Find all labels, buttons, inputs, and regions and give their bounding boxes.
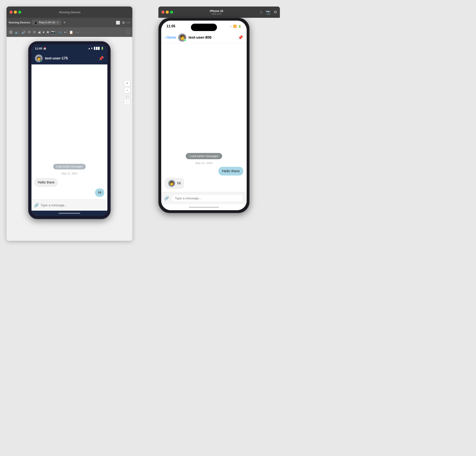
ios-sent-message: Hello there <box>219 167 243 176</box>
android-pin-icon[interactable]: 📌 <box>99 56 104 61</box>
ios-back-button[interactable]: ‹ Home <box>165 36 176 40</box>
android-chat-input-bar: 🔗 <box>32 199 107 211</box>
ios-toolbar-icons: ⌂ 📷 ⧉ <box>260 10 277 15</box>
ios-simulator-panel: iPhone 15 iOS 17.0 ⌂ 📷 ⧉ 11:05 ··· 📶 🔋 <box>158 7 280 213</box>
android-sent-message: Hi <box>95 188 104 197</box>
android-device-toolbar: ⏻ 🔉 🔊 ⟳ ⟲ ◀ ● ■ 📷 📹 ↩ 📋 ⋯ ⛶ <box>7 27 132 37</box>
android-message-input[interactable] <box>41 203 105 207</box>
ios-title-area: iPhone 15 iOS 17.0 <box>175 9 258 15</box>
android-screen: 11:05 📅 ▲▼ ▋▊▉ 🔋 🧑 test-user-17 <box>32 44 107 216</box>
ios-status-bar: 11:05 ··· 📶 🔋 <box>161 21 247 32</box>
volume-down-icon[interactable]: 🔉 <box>15 30 19 34</box>
rotate-icon2[interactable]: ⟲ <box>33 30 36 34</box>
ios-chevron-left-icon: ‹ <box>165 36 166 40</box>
maximize-icon[interactable]: ⬜ <box>116 21 120 25</box>
ios-receiver-avatar: 🧑 <box>168 180 175 187</box>
online-status-dot <box>40 60 42 62</box>
zoom-in-button[interactable]: + <box>124 80 130 86</box>
pixel-tab[interactable]: 📱 Pixel 8 API 34 ✕ <box>32 20 61 25</box>
ios-date-label: May 21, 2024 <box>165 161 243 165</box>
android-attach-icon[interactable]: 🔗 <box>34 203 39 208</box>
zoom-out-button[interactable]: − <box>124 87 130 93</box>
ios-time: 11:05 <box>166 24 175 28</box>
notification-icon: 📅 <box>43 47 46 50</box>
zoom-controls: + − 1:1 ⛶ <box>124 80 130 105</box>
ios-close-dot[interactable] <box>162 11 164 14</box>
android-status-bar: 11:05 📅 ▲▼ ▋▊▉ 🔋 <box>32 44 107 52</box>
android-avatar: 🧑 <box>35 54 43 62</box>
ios-power-btn <box>249 49 249 66</box>
ios-screenshot-toolbar-icon[interactable]: 📷 <box>266 10 271 15</box>
settings-icon[interactable]: ⚙ <box>122 21 125 25</box>
ios-side-silent-btn <box>158 44 159 52</box>
ios-nav-bar: ‹ Home 🧑 test-user-806 📌 <box>161 32 247 43</box>
clipboard-icon[interactable]: 📋 <box>69 30 73 34</box>
android-titlebar: Running Devices <box>7 7 132 18</box>
window-title: Running Devices <box>10 11 129 14</box>
back-icon[interactable]: ◀ <box>38 30 40 34</box>
android-received-message: Hello there <box>34 178 58 187</box>
signal-icon: ▋▊▉ <box>94 47 100 50</box>
ios-volume-down-btn <box>158 71 159 84</box>
volume-up-icon[interactable]: 🔊 <box>21 30 26 34</box>
undo-icon[interactable]: ↩ <box>64 30 67 34</box>
ios-home-indicator <box>161 204 247 210</box>
expand-icon[interactable]: ⛶ <box>126 30 130 34</box>
more-icon[interactable]: ⋯ <box>76 30 79 34</box>
android-load-earlier-button[interactable]: Load earlier messages <box>53 164 85 169</box>
android-date-label: May 21, 2024 <box>34 172 104 175</box>
ios-battery-icon: 🔋 <box>238 25 241 28</box>
android-tab-toolbar: Running Devices: 📱 Pixel 8 API 34 ✕ + ⬜ … <box>7 18 132 27</box>
ios-maximize-dot[interactable] <box>170 11 173 14</box>
ios-load-earlier-button[interactable]: Load earlier messages <box>186 153 222 159</box>
tab-close-icon[interactable]: ✕ <box>56 21 59 24</box>
square-icon[interactable]: ■ <box>47 30 49 34</box>
ios-pin-icon[interactable]: 📌 <box>238 35 243 40</box>
android-phone-area: 11:05 📅 ▲▼ ▋▊▉ 🔋 🧑 test-user-17 <box>7 37 132 241</box>
android-home-bar <box>59 213 80 214</box>
ios-attach-icon[interactable]: 🔗 <box>164 196 169 201</box>
ios-volume-up-btn <box>158 55 159 68</box>
ios-received-text: Hi <box>177 181 181 186</box>
fit-screen-button[interactable]: ⛶ <box>124 99 130 105</box>
ios-message-input[interactable] <box>171 194 244 202</box>
power-icon[interactable]: ⏻ <box>9 30 13 34</box>
android-phone-device: 11:05 📅 ▲▼ ▋▊▉ 🔋 🧑 test-user-17 <box>28 41 111 219</box>
ios-device-sub: iOS 17.0 <box>175 13 258 15</box>
ios-device-name: iPhone 15 <box>175 9 258 13</box>
minimize-icon[interactable]: — <box>127 21 130 25</box>
ios-home-bar <box>189 207 219 208</box>
ios-avatar: 🧑 <box>178 34 186 42</box>
android-home-indicator <box>32 211 107 216</box>
ios-toolbar: iPhone 15 iOS 17.0 ⌂ 📷 ⧉ <box>158 7 280 18</box>
ios-chat-body: Load earlier messages May 21, 2024 Hello… <box>161 43 247 192</box>
add-tab-button[interactable]: + <box>62 19 67 26</box>
ios-input-bar: 🔗 <box>161 192 247 204</box>
ios-receiver-face: 🧑 <box>169 181 174 186</box>
ios-home-toolbar-icon[interactable]: ⌂ <box>260 10 262 15</box>
camera-icon[interactable]: 📹 <box>58 30 62 34</box>
rotate-icon[interactable]: ⟳ <box>28 30 31 34</box>
android-load-earlier-container: Load earlier messages <box>34 164 104 169</box>
ios-window-controls <box>162 11 173 14</box>
battery-icon: 🔋 <box>101 47 104 50</box>
ios-back-label: Home <box>167 36 176 40</box>
ios-signal-icon: ··· <box>230 25 232 28</box>
ios-phone-device: 11:05 ··· 📶 🔋 ‹ Home 🧑 test-user- <box>158 18 249 213</box>
home-icon[interactable]: ● <box>42 30 45 34</box>
ios-wifi-icon: 📶 <box>233 25 237 28</box>
android-status-icons: ▲▼ ▋▊▉ 🔋 <box>88 47 104 50</box>
phone-tab-icon: 📱 <box>34 21 38 24</box>
ios-status-icons: ··· 📶 🔋 <box>230 25 241 28</box>
android-chat-username: test-user-175 <box>45 56 96 60</box>
android-emulator-panel: Running Devices Running Devices: 📱 Pixel… <box>7 7 132 241</box>
ios-minimize-dot[interactable] <box>166 11 169 14</box>
screenshot-icon[interactable]: 📷 <box>51 30 55 34</box>
zoom-level: 1:1 <box>124 94 130 98</box>
wifi-icon: ▲▼ <box>88 47 93 50</box>
ios-chat-username: test-user-806 <box>188 35 236 40</box>
android-time: 11:05 📅 <box>35 47 46 50</box>
pixel-tab-label: Pixel 8 API 34 <box>39 21 55 24</box>
device-toolbar-right: ⛶ <box>126 30 130 34</box>
ios-copy-toolbar-icon[interactable]: ⧉ <box>274 10 277 15</box>
